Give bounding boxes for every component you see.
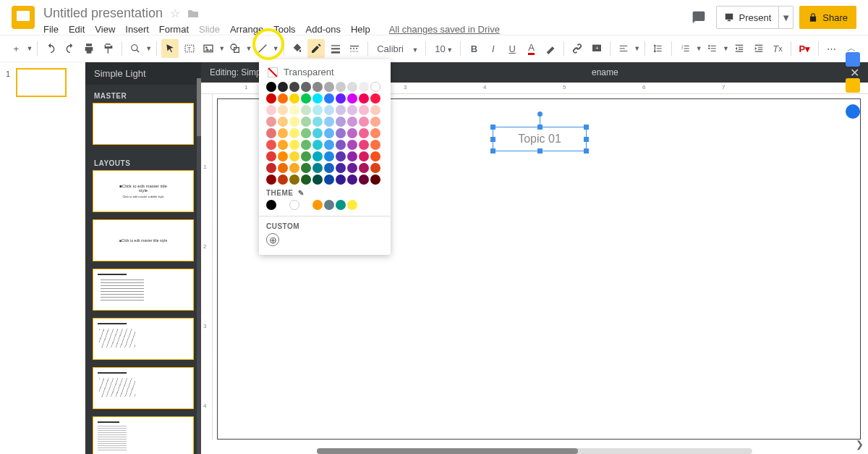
edit-theme-colors-icon[interactable]: ✎ xyxy=(298,189,305,197)
zoom-button[interactable] xyxy=(127,39,144,58)
color-swatch[interactable] xyxy=(289,128,299,138)
layout-thumbnail[interactable] xyxy=(93,416,194,454)
italic-button[interactable]: I xyxy=(485,39,502,58)
color-swatch[interactable] xyxy=(301,151,311,161)
resize-handle[interactable] xyxy=(584,148,589,154)
color-swatch[interactable] xyxy=(347,128,357,138)
color-swatch[interactable] xyxy=(266,163,276,173)
numbered-list-dropdown[interactable]: ▼ xyxy=(696,45,702,52)
comments-icon[interactable] xyxy=(687,6,710,29)
color-swatch[interactable] xyxy=(312,151,323,161)
save-status[interactable]: All changes saved in Drive xyxy=(389,24,500,35)
menu-file[interactable]: File xyxy=(43,24,59,35)
select-tool[interactable] xyxy=(161,39,179,58)
color-swatch[interactable] xyxy=(324,93,334,104)
menu-help[interactable]: Help xyxy=(351,24,370,35)
clear-formatting-button[interactable]: Tx xyxy=(769,39,786,58)
undo-button[interactable] xyxy=(42,39,59,58)
new-slide-button[interactable]: + xyxy=(7,39,25,58)
color-swatch[interactable] xyxy=(359,163,369,173)
move-folder-icon[interactable] xyxy=(187,9,199,19)
redo-button[interactable] xyxy=(61,39,79,58)
color-swatch[interactable] xyxy=(289,117,299,127)
layout-thumbnail[interactable] xyxy=(93,269,194,311)
color-swatch[interactable] xyxy=(278,117,288,127)
color-swatch[interactable] xyxy=(301,128,311,138)
color-swatch[interactable] xyxy=(359,140,369,150)
color-swatch[interactable] xyxy=(324,117,334,127)
present-button[interactable]: Present xyxy=(717,12,778,23)
color-swatch[interactable] xyxy=(359,82,369,92)
bulleted-list-button[interactable] xyxy=(704,39,721,58)
color-swatch[interactable] xyxy=(324,82,334,92)
master-thumbnail[interactable] xyxy=(93,103,194,145)
fill-color-button[interactable] xyxy=(289,39,306,58)
horizontal-scrollbar[interactable] xyxy=(317,448,752,454)
color-swatch[interactable] xyxy=(370,163,380,173)
color-swatch[interactable] xyxy=(336,175,346,185)
zoom-dropdown[interactable]: ▼ xyxy=(145,45,152,52)
theme-name[interactable]: Simple Light xyxy=(85,62,201,85)
highlight-color-button[interactable] xyxy=(542,39,559,58)
color-swatch[interactable] xyxy=(266,105,276,115)
color-swatch[interactable] xyxy=(289,151,299,161)
color-swatch[interactable] xyxy=(278,93,288,104)
add-custom-color-button[interactable]: ⊕ xyxy=(266,233,279,246)
share-button[interactable]: Share xyxy=(799,6,856,29)
border-color-button[interactable] xyxy=(307,39,325,58)
line-dropdown[interactable]: ▼ xyxy=(273,45,279,52)
line-button[interactable] xyxy=(253,39,271,58)
color-swatch[interactable] xyxy=(278,163,288,173)
border-dash-button[interactable] xyxy=(346,39,363,58)
color-swatch[interactable] xyxy=(312,117,323,127)
resize-handle[interactable] xyxy=(584,137,589,142)
layout-thumbnail[interactable]: ■Click to edit master title style Click … xyxy=(93,170,194,212)
color-swatch[interactable] xyxy=(301,82,311,92)
color-swatch[interactable] xyxy=(312,163,323,173)
menu-format[interactable]: Format xyxy=(159,24,189,35)
insert-comment-button[interactable]: + xyxy=(587,39,605,58)
shape-dropdown[interactable]: ▼ xyxy=(245,45,252,52)
color-swatch[interactable] xyxy=(324,163,334,173)
color-swatch[interactable] xyxy=(336,151,346,161)
color-swatch[interactable] xyxy=(359,105,369,115)
resize-handle[interactable] xyxy=(490,137,495,142)
color-swatch[interactable] xyxy=(336,105,346,115)
star-icon[interactable]: ☆ xyxy=(170,7,180,20)
font-size-select[interactable]: 10▼ xyxy=(430,41,456,56)
color-swatch[interactable] xyxy=(312,140,323,150)
calendar-addon-icon[interactable] xyxy=(846,52,860,67)
color-swatch[interactable] xyxy=(324,175,334,185)
color-swatch[interactable] xyxy=(266,117,276,127)
text-color-button[interactable]: A xyxy=(522,39,540,58)
image-dropdown[interactable]: ▼ xyxy=(218,45,225,52)
color-swatch[interactable] xyxy=(266,128,276,138)
color-swatch[interactable] xyxy=(266,82,276,92)
color-swatch[interactable] xyxy=(278,128,288,138)
bold-button[interactable]: B xyxy=(465,39,482,58)
color-swatch[interactable] xyxy=(370,82,380,92)
color-swatch[interactable] xyxy=(347,82,357,92)
color-swatch[interactable] xyxy=(336,140,346,150)
color-swatch[interactable] xyxy=(336,117,346,127)
color-swatch[interactable] xyxy=(312,105,323,115)
color-swatch[interactable] xyxy=(289,163,299,173)
selected-textbox[interactable]: Topic 01 xyxy=(493,127,587,151)
align-button[interactable] xyxy=(615,39,632,58)
color-swatch[interactable] xyxy=(278,82,288,92)
color-swatch[interactable] xyxy=(312,82,323,92)
color-swatch[interactable] xyxy=(347,151,357,161)
rotate-handle[interactable] xyxy=(537,112,542,117)
placeholder-button[interactable]: P▾ xyxy=(796,39,813,58)
color-swatch[interactable] xyxy=(312,93,323,104)
menu-edit[interactable]: Edit xyxy=(69,24,85,35)
color-swatch[interactable] xyxy=(370,140,380,150)
menu-addons[interactable]: Add-ons xyxy=(306,24,341,35)
resize-handle[interactable] xyxy=(584,125,589,130)
color-swatch[interactable] xyxy=(301,175,311,185)
color-swatch[interactable] xyxy=(347,117,357,127)
indent-increase-button[interactable] xyxy=(749,39,767,58)
color-swatch[interactable] xyxy=(278,105,288,115)
theme-swatch[interactable] xyxy=(347,200,357,210)
border-weight-button[interactable] xyxy=(326,39,344,58)
